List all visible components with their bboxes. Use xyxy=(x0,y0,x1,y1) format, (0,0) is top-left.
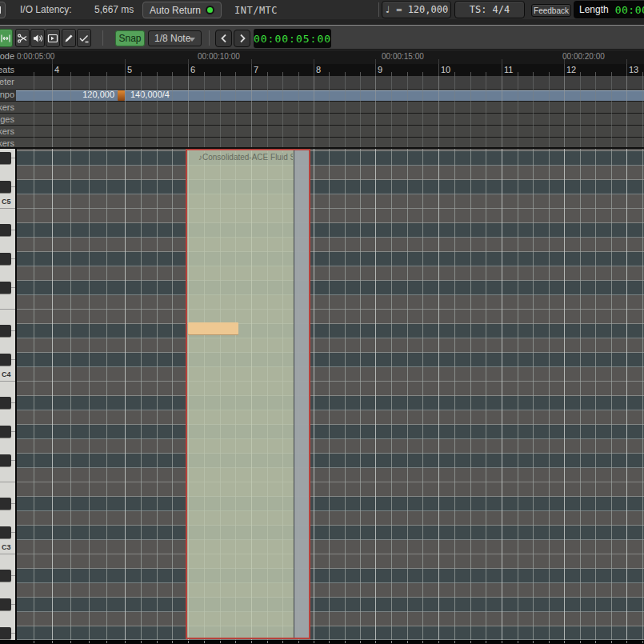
grid-row[interactable] xyxy=(15,439,644,454)
grid-row[interactable] xyxy=(15,511,644,526)
chevron-left-icon xyxy=(219,33,229,44)
separator xyxy=(102,30,103,46)
grid-row[interactable] xyxy=(15,238,644,252)
grid-row[interactable] xyxy=(15,583,644,598)
grid-row[interactable] xyxy=(15,353,644,367)
grid-row[interactable] xyxy=(15,468,644,482)
bar-number: 6 xyxy=(190,65,195,74)
tick xyxy=(70,641,71,643)
grid-row[interactable] xyxy=(15,482,644,497)
piano-keyboard[interactable]: C5C4C3 xyxy=(0,149,17,640)
auto-return-button[interactable]: Auto Return xyxy=(142,2,222,18)
marker-ruler-3[interactable]: kers xyxy=(0,125,644,137)
bars-beats-ruler[interactable]: eats45678910111213 xyxy=(0,64,644,76)
black-key[interactable] xyxy=(0,498,11,510)
black-key[interactable] xyxy=(0,325,11,337)
tempo-button[interactable]: ♩ = 120,000 xyxy=(382,1,451,18)
tempo-start-value[interactable]: 120,000 xyxy=(76,90,114,99)
tempo-marker[interactable] xyxy=(118,90,125,101)
stretch-tool-icon xyxy=(0,33,11,44)
grid-row[interactable] xyxy=(15,223,644,238)
fade-tool[interactable] xyxy=(46,29,60,47)
grid-row[interactable] xyxy=(15,569,644,583)
grid-row[interactable] xyxy=(15,180,644,194)
stretch-tool[interactable] xyxy=(0,29,13,47)
cut-tool-icon xyxy=(17,33,28,44)
grid-row[interactable] xyxy=(15,194,644,209)
nudge-later-button[interactable] xyxy=(234,30,250,47)
sync-source[interactable]: INT/MTC xyxy=(234,2,278,19)
audition-tool[interactable] xyxy=(30,29,45,47)
timecode-ruler[interactable]: ode0:00:05:0000:00:10:0000:00:15:0000:00… xyxy=(0,50,644,64)
grid-row[interactable] xyxy=(15,454,644,468)
black-key[interactable] xyxy=(0,426,11,438)
black-key[interactable] xyxy=(0,181,11,193)
time-signature-button[interactable]: TS: 4/4 xyxy=(454,1,525,18)
grid-row[interactable] xyxy=(15,252,644,266)
black-key[interactable] xyxy=(0,627,11,639)
black-key[interactable] xyxy=(0,354,11,366)
tick xyxy=(282,641,283,643)
grid-row[interactable] xyxy=(15,295,644,310)
feedback-button[interactable]: Feedback xyxy=(531,4,571,17)
grid-row[interactable] xyxy=(15,598,644,612)
black-key[interactable] xyxy=(0,397,11,409)
grid-row[interactable] xyxy=(15,497,644,511)
black-key[interactable] xyxy=(0,224,11,236)
grid-row[interactable] xyxy=(15,540,644,554)
grid-row[interactable] xyxy=(15,396,644,410)
tempo-ruler[interactable]: npo120,000140,000/4 xyxy=(0,89,644,101)
marker-ruler-2[interactable]: ges xyxy=(0,113,644,125)
midi-note[interactable] xyxy=(188,322,238,335)
black-key[interactable] xyxy=(0,526,11,538)
black-key[interactable] xyxy=(0,152,11,164)
clipped-left-button[interactable] xyxy=(0,2,6,18)
select-tool[interactable] xyxy=(77,29,91,47)
cut-tool[interactable] xyxy=(15,29,30,47)
grid-row[interactable] xyxy=(15,281,644,295)
bar-number: 9 xyxy=(378,65,382,74)
grid-row[interactable] xyxy=(15,425,644,439)
grid-row[interactable] xyxy=(15,324,644,338)
grid-row[interactable] xyxy=(15,310,644,324)
draw-tool[interactable] xyxy=(62,29,76,47)
grid-row[interactable] xyxy=(15,166,644,180)
tick xyxy=(220,641,221,643)
edit-point-clock[interactable]: 00:00:05:00 xyxy=(254,29,331,48)
grid-row[interactable] xyxy=(15,626,644,640)
grid-row[interactable] xyxy=(15,266,644,281)
editor-bottom-bar[interactable] xyxy=(0,640,644,644)
grid-unit-dropdown[interactable]: 1/8 Note xyxy=(148,30,202,46)
key-divider xyxy=(11,431,15,432)
tick xyxy=(267,641,268,643)
grid-row[interactable] xyxy=(15,382,644,396)
grid-row[interactable] xyxy=(15,367,644,382)
snap-toggle[interactable]: Snap xyxy=(115,30,145,46)
ruler-row-label-text: eats xyxy=(0,65,14,74)
grid-row[interactable] xyxy=(15,526,644,540)
length-value[interactable]: 00:00 xyxy=(615,4,644,16)
tick xyxy=(172,641,173,643)
grid-row[interactable] xyxy=(15,554,644,569)
tick xyxy=(52,641,53,643)
marker-ruler-1[interactable]: kers xyxy=(0,101,644,113)
black-key[interactable] xyxy=(0,598,11,610)
nudge-earlier-button[interactable] xyxy=(215,30,232,47)
black-key[interactable] xyxy=(0,282,11,294)
grid-row[interactable] xyxy=(15,209,644,223)
tick xyxy=(407,641,408,643)
grid-row[interactable] xyxy=(15,410,644,425)
grid-row[interactable] xyxy=(15,151,644,166)
midi-editor-canvas[interactable]: ♪Consolidated-ACE Fluid S C5C4C3 xyxy=(0,149,644,640)
bar-number: 4 xyxy=(54,65,59,74)
tick xyxy=(235,641,236,643)
black-key[interactable] xyxy=(0,570,11,582)
midi-region[interactable]: ♪Consolidated-ACE Fluid S xyxy=(186,149,310,639)
grid-row[interactable] xyxy=(15,338,644,353)
tempo-change-value[interactable]: 140,000/4 xyxy=(130,90,170,99)
grid-row[interactable] xyxy=(15,612,644,626)
black-key[interactable] xyxy=(0,454,11,466)
black-key[interactable] xyxy=(0,253,11,265)
tick xyxy=(314,641,314,643)
meter-ruler[interactable]: eter xyxy=(0,76,644,89)
